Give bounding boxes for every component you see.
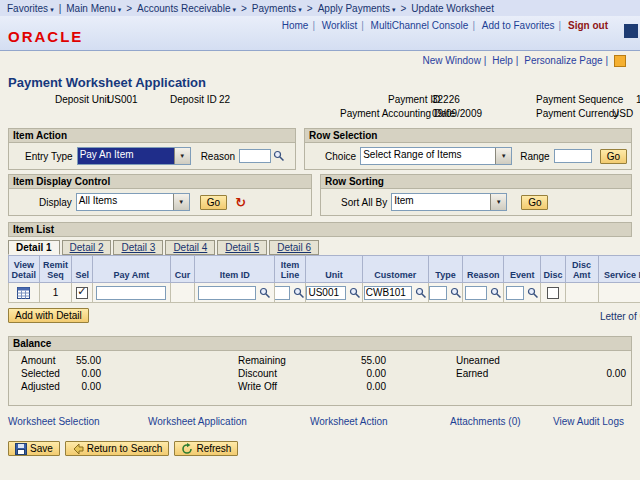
tab-detail-6[interactable]: Detail 6 [269, 240, 319, 255]
item-display-go-button[interactable]: Go [200, 195, 227, 210]
dropdown-arrow-icon[interactable]: ▼ [173, 194, 189, 210]
event-input[interactable] [506, 286, 524, 300]
reason-label: Reason [201, 151, 235, 162]
row-selection-go-button[interactable]: Go [600, 149, 627, 164]
return-to-search-label: Return to Search [87, 443, 163, 454]
accounting-date-value: 09/09/2009 [432, 108, 482, 119]
lookup-icon[interactable] [349, 287, 361, 299]
worklist-link[interactable]: Worklist [322, 20, 357, 31]
dropdown-arrow-icon[interactable]: ▼ [174, 148, 190, 164]
tab-detail-5[interactable]: Detail 5 [217, 240, 267, 255]
balance-title: Balance [9, 337, 631, 351]
copy-url-icon[interactable] [614, 55, 626, 67]
breadcrumb-favorites[interactable]: Favorites▾ [7, 3, 54, 14]
display-select[interactable]: All Items ▼ [76, 193, 190, 211]
chevron-down-icon: ▾ [298, 6, 302, 13]
item-action-content: Entry Type Pay An Item ▼ Reason [9, 143, 295, 169]
col-disc-amt: Disc Amt [565, 256, 598, 283]
pagebar-separator: | [606, 55, 609, 66]
worksheet-selection-link[interactable]: Worksheet Selection [8, 416, 100, 427]
reason-grid-input[interactable] [465, 286, 487, 300]
sel-cell [72, 283, 92, 303]
home-link[interactable]: Home [282, 20, 309, 31]
tab-detail-2[interactable]: Detail 2 [62, 240, 112, 255]
return-to-search-button[interactable]: Return to Search [65, 441, 170, 456]
sel-checkbox[interactable] [76, 287, 88, 299]
reason-input[interactable] [239, 149, 271, 163]
item-display-groupbox: Item Display Control Display All Items ▼… [8, 174, 312, 216]
col-sel: Sel [72, 256, 92, 283]
header-separator: | [559, 20, 562, 31]
deposit-unit-label: Deposit Unit [55, 94, 109, 105]
tab-detail-1[interactable]: Detail 1 [8, 240, 60, 255]
breadcrumb-separator: > [241, 3, 247, 14]
worksheet-application-link[interactable]: Worksheet Application [148, 416, 247, 427]
col-type: Type [428, 256, 463, 283]
refresh-currency-icon[interactable]: ↻ [235, 196, 246, 209]
lookup-icon[interactable] [415, 287, 427, 299]
tab-detail-4[interactable]: Detail 4 [165, 240, 215, 255]
customer-input[interactable] [364, 286, 412, 300]
return-arrow-icon [72, 443, 84, 455]
entry-type-select[interactable]: Pay An Item ▼ [77, 147, 191, 165]
unit-input[interactable] [306, 286, 346, 300]
help-link[interactable]: Help [492, 55, 513, 66]
action-toolbar: Save Return to Search Refresh [8, 441, 640, 456]
lookup-icon[interactable] [490, 287, 502, 299]
sort-select[interactable]: Item ▼ [391, 193, 507, 211]
choice-select[interactable]: Select Range of Items ▼ [360, 147, 512, 165]
amount-value: 55.00 [51, 355, 101, 366]
item-id-input[interactable] [198, 286, 256, 300]
pay-amt-input[interactable] [96, 286, 166, 300]
lookup-icon[interactable] [259, 287, 271, 299]
type-cell [428, 283, 463, 303]
chevron-down-icon: ▾ [118, 6, 122, 13]
multichannel-console-link[interactable]: MultiChannel Console [371, 20, 469, 31]
sign-out-link[interactable]: Sign out [568, 20, 608, 31]
groupbox-row-2: Item Display Control Display All Items ▼… [8, 174, 632, 216]
breadcrumb-item-accounts-receivable[interactable]: Accounts Receivable▾ [137, 3, 236, 14]
col-item-line: Item Line [275, 256, 306, 283]
screen: Favorites▾ | Main Menu▾ > Accounts Recei… [0, 0, 640, 480]
breadcrumb-main-menu[interactable]: Main Menu▾ [66, 3, 121, 14]
lookup-icon[interactable] [450, 287, 462, 299]
breadcrumb-item-payments[interactable]: Payments▾ [252, 3, 302, 14]
lookup-icon[interactable] [527, 287, 539, 299]
worksheet-action-link[interactable]: Worksheet Action [310, 416, 388, 427]
tab-detail-3[interactable]: Detail 3 [113, 240, 163, 255]
save-label: Save [30, 443, 53, 454]
breadcrumb-item-apply-payments[interactable]: Apply Payments▾ [318, 3, 396, 14]
item-display-title: Item Display Control [9, 175, 311, 189]
dropdown-arrow-icon[interactable]: ▼ [495, 148, 511, 164]
save-button[interactable]: Save [8, 441, 60, 456]
add-with-detail-button[interactable]: Add with Detail [8, 308, 89, 323]
disc-checkbox[interactable] [547, 287, 559, 299]
item-action-title: Item Action [9, 129, 295, 143]
lookup-icon[interactable] [273, 150, 285, 162]
view-detail-icon[interactable] [17, 287, 30, 299]
attachments-link[interactable]: Attachments (0) [450, 416, 521, 427]
new-window-link[interactable]: New Window [423, 55, 481, 66]
page-title: Payment Worksheet Application [8, 75, 640, 90]
unit-cell [305, 283, 362, 303]
refresh-button[interactable]: Refresh [174, 441, 238, 456]
col-item-id: Item ID [195, 256, 275, 283]
row-sorting-content: Sort All By Item ▼ Go [321, 189, 631, 215]
item-line-input[interactable] [275, 286, 291, 300]
view-audit-logs-link[interactable]: View Audit Logs [553, 416, 624, 427]
chevron-down-icon: ▾ [232, 6, 236, 13]
row-sorting-go-button[interactable]: Go [521, 195, 548, 210]
pagebar-separator: | [516, 55, 519, 66]
dropdown-arrow-icon[interactable]: ▼ [490, 194, 506, 210]
add-to-favorites-link[interactable]: Add to Favorites [482, 20, 555, 31]
range-input[interactable] [554, 149, 592, 163]
item-list-grid-wrap: View Detail Remit Seq Sel Pay Amt Cur It… [8, 255, 640, 303]
item-line-cell [275, 283, 306, 303]
row-sorting-title: Row Sorting [321, 175, 631, 189]
corner-decoration [624, 24, 638, 38]
type-input[interactable] [429, 286, 447, 300]
lookup-icon[interactable] [293, 287, 305, 299]
personalize-page-link[interactable]: Personalize Page [524, 55, 602, 66]
row-selection-title: Row Selection [305, 129, 631, 143]
selected-value: 0.00 [51, 368, 101, 379]
